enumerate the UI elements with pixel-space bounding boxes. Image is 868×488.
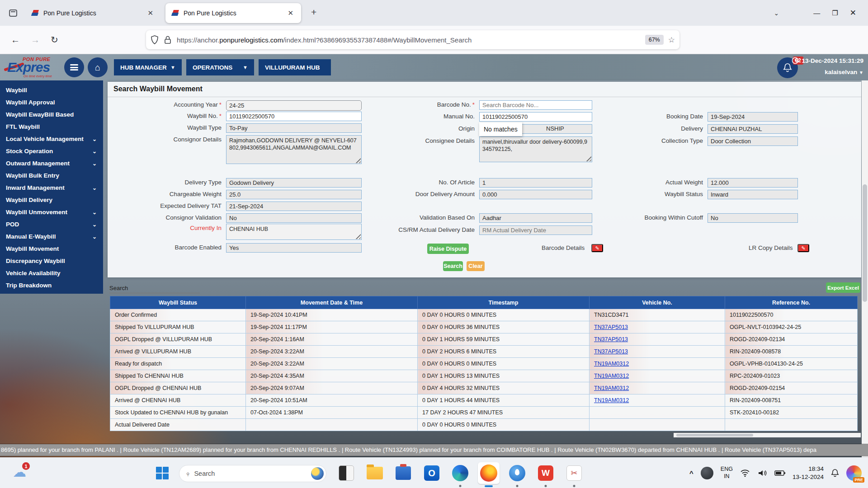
sidebar-item-local-vehicle-management[interactable]: Local Vehicle Management⌄	[0, 133, 103, 145]
sidebar-item-waybill-approval[interactable]: Waybill Approval	[0, 96, 103, 108]
taskbar-app-pre[interactable]: PRE	[846, 465, 862, 481]
window-restore-button[interactable]: ❐	[832, 9, 838, 17]
volume-icon[interactable]	[757, 469, 767, 477]
taskbar-clock[interactable]: 18:3413-12-2024	[793, 465, 824, 481]
list-all-tabs-icon[interactable]: ⌄	[774, 9, 779, 17]
no-of-article-field[interactable]	[479, 178, 592, 188]
csrm-actual-delivery-date-field[interactable]	[479, 225, 592, 235]
browser-tab-2-active[interactable]: Pon Pure Logistics ✕	[165, 3, 301, 23]
barcode-enabled-field[interactable]	[226, 243, 362, 253]
taskbar-app-drop[interactable]	[506, 462, 528, 484]
currently-in-textarea[interactable]: CHENNAI HUB	[226, 224, 362, 240]
menu-toggle-button[interactable]	[64, 57, 84, 77]
browser-tab-1[interactable]: Pon Pure Logistics ✕	[25, 3, 161, 23]
sidebar-item-ftl-waybill[interactable]: FTL Waybill	[0, 121, 103, 133]
collection-type-field[interactable]	[708, 136, 798, 146]
sidebar-item-waybill-movement[interactable]: Waybill Movement	[0, 243, 103, 255]
sidebar-item-waybill[interactable]: Waybill	[0, 84, 103, 96]
forward-icon[interactable]: →	[31, 35, 40, 45]
sidebar-item-manual-e-waybill[interactable]: Manual E-Waybill⌄	[0, 230, 103, 243]
delivery-field[interactable]	[708, 124, 798, 134]
vehicle-link[interactable]: TN37AP5013	[594, 348, 628, 355]
vehicle-link[interactable]: TN37AP5013	[594, 324, 628, 330]
delivery-type-field[interactable]	[226, 178, 362, 188]
booking-date-field[interactable]	[708, 112, 798, 122]
taskbar-app-wps[interactable]: W	[535, 462, 557, 484]
window-minimize-button[interactable]: —	[813, 9, 820, 17]
lock-icon[interactable]	[164, 35, 171, 44]
col-vehicle-no[interactable]: Vehicle No.	[590, 296, 725, 309]
window-close-button[interactable]: ✕	[850, 8, 856, 18]
taskbar-search[interactable]: ⌕ Search	[179, 465, 326, 482]
module-dropdown[interactable]: OPERATIONS▼	[186, 59, 254, 75]
scrollbar-thumb[interactable]	[863, 184, 867, 302]
page-zoom-badge[interactable]: 67%	[645, 35, 664, 45]
vehicle-link[interactable]: TN19AM0312	[594, 385, 629, 391]
table-search[interactable]: Search	[109, 285, 200, 293]
sidebar-item-outward-management[interactable]: Outward Management⌄	[0, 157, 103, 169]
start-button[interactable]	[156, 467, 169, 479]
sidebar-item-inward-management[interactable]: Inward Management⌄	[0, 182, 103, 194]
search-button[interactable]: Search	[443, 261, 463, 271]
ponpure-logo[interactable]: PON PURE Expres On time every time	[4, 56, 60, 79]
tab-close-icon[interactable]: ✕	[285, 8, 296, 18]
export-excel-button[interactable]: Export Excel	[826, 282, 860, 293]
actual-weight-field[interactable]	[708, 178, 798, 188]
horizontal-scrollbar[interactable]	[674, 433, 861, 437]
user-menu[interactable]: kalaiselvan ▼	[825, 69, 863, 75]
clear-button[interactable]: Clear	[467, 261, 485, 271]
manual-no-field[interactable]	[479, 112, 592, 122]
tray-overflow-chevron[interactable]: ^	[689, 469, 693, 477]
accounting-year-field[interactable]	[226, 100, 362, 111]
vehicle-link[interactable]: TN19AM0312	[594, 361, 629, 367]
battery-icon[interactable]	[774, 470, 785, 476]
role-dropdown[interactable]: HUB MANAGER▼	[114, 59, 182, 75]
barcode-no-field[interactable]	[479, 100, 592, 110]
widgets-weather-icon[interactable]: ☁1	[13, 464, 31, 482]
taskbar-app-firefox[interactable]	[478, 462, 500, 484]
new-tab-button[interactable]: +	[307, 7, 320, 19]
waybill-type-field[interactable]	[226, 123, 362, 133]
taskbar-app-file-explorer[interactable]	[364, 462, 386, 484]
language-indicator[interactable]: ENGIN	[721, 466, 733, 480]
firefox-view-icon[interactable]	[5, 5, 21, 21]
tab-close-icon[interactable]: ✕	[145, 8, 156, 18]
col-timestamp[interactable]: Timestamp	[418, 296, 590, 309]
wifi-icon[interactable]	[740, 469, 750, 477]
taskbar-app-outlook[interactable]: O	[421, 462, 443, 484]
expected-delivery-tat-field[interactable]	[226, 202, 362, 211]
shield-icon[interactable]	[151, 35, 159, 44]
tray-app-icon[interactable]	[701, 467, 713, 479]
sidebar-item-waybill-bulk-entry[interactable]: Waybill Bulk Entry	[0, 169, 103, 182]
lr-copy-details-edit-button[interactable]: ✎	[797, 244, 809, 252]
taskbar-app-store[interactable]	[392, 462, 414, 484]
raise-dispute-button[interactable]: Raise Dispute	[427, 244, 469, 254]
vehicle-link[interactable]: TN19AM0312	[594, 373, 629, 379]
vertical-scrollbar[interactable]	[862, 80, 868, 457]
sidebar-item-pod[interactable]: POD⌄	[0, 218, 103, 230]
scrollbar-thumb[interactable]	[676, 434, 753, 436]
sidebar-item-discrepancy-waybill[interactable]: Discrepancy Waybill	[0, 255, 103, 267]
taskbar-app-sticky-notes[interactable]	[335, 462, 357, 484]
sidebar-item-vehicle-availability[interactable]: Vehicle Availability	[0, 267, 103, 279]
col-reference-no[interactable]: Reference No.	[725, 296, 858, 309]
consignor-details-textarea[interactable]: Rajmohan,GODOWN DELIVERY @ NEYVELI-60780…	[226, 135, 362, 164]
table-search-input[interactable]	[109, 293, 200, 293]
sidebar-item-stock-operation[interactable]: Stock Operation⌄	[0, 145, 103, 157]
tray-bell-icon[interactable]	[831, 469, 839, 478]
back-icon[interactable]: ←	[11, 35, 20, 45]
reload-icon[interactable]: ↻	[51, 34, 58, 45]
door-delivery-amount-field[interactable]	[479, 190, 592, 199]
chargeable-weight-field[interactable]	[226, 190, 362, 199]
vehicle-link[interactable]: TN19AM0312	[594, 397, 629, 404]
bookmark-star-icon[interactable]: ☆	[668, 35, 675, 45]
sidebar-item-waybill-ewaybill-based[interactable]: Waybill EwayBill Based	[0, 108, 103, 121]
barcode-details-edit-button[interactable]: ✎	[591, 244, 603, 252]
consignor-validation-field[interactable]	[226, 213, 362, 223]
sidebar-item-trip-breakdown[interactable]: Trip Breakdown	[0, 279, 103, 291]
sidebar-item-waybill-unmovement[interactable]: Waybill Unmovement⌄	[0, 206, 103, 218]
home-button[interactable]: ⌂	[88, 57, 108, 77]
booking-within-cutoff-field[interactable]	[708, 213, 798, 223]
validation-based-on-field[interactable]	[479, 213, 592, 223]
sidebar-item-waybill-delivery[interactable]: Waybill Delivery	[0, 194, 103, 206]
